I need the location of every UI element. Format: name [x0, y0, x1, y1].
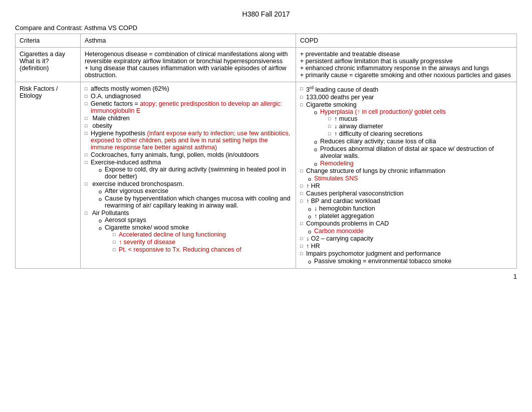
list-item: Impairs psychomotor judgment and perform… [300, 250, 512, 257]
list-item: affects mostly women (62%) [85, 85, 292, 92]
list-item: Carbon monoxide [308, 228, 512, 235]
list-item: ↑ severity of disease [113, 239, 292, 246]
list-item: ↑ difficulty of clearing secretions [328, 130, 512, 137]
list-item: Cigarette smoking Hyperplasia (↑ in cell… [300, 101, 512, 167]
criteria-definition: Cigarettes a dayWhat is it?(definition) [16, 48, 81, 82]
col-header-criteria: Criteria [16, 34, 81, 48]
list-item: Causes peripheral vasoconstriction [300, 190, 512, 197]
list-item: Produces abnormal dilation of distal air… [314, 145, 512, 159]
list-item: ↓ airway diameter [328, 123, 512, 130]
asthma-risk: affects mostly women (62%) O.A. undiagno… [81, 82, 296, 269]
list-item: Cigarette smoke/ wood smoke Accelerated … [99, 224, 292, 253]
asthma-definition: Heterogenous disease = combination of cl… [81, 48, 296, 82]
table-row-risk: Risk Factors / Etiology affects mostly w… [16, 82, 517, 269]
list-item: Hyperplasia (↑ in cell production)/ gobl… [314, 108, 512, 137]
list-item: exercise induced bronchospasm. After vig… [85, 180, 292, 209]
list-item: Male children [85, 115, 292, 122]
table-header-row: Criteria Asthma COPD [16, 34, 517, 48]
list-item: ↑ BP and cardiac workload [300, 197, 512, 204]
list-item: Accelerated decline of lung functioning [113, 231, 292, 238]
list-item: Exercise-induced asthma Expose to cold, … [85, 159, 292, 180]
main-table: Criteria Asthma COPD Cigarettes a dayWha… [15, 34, 517, 269]
col-header-copd: COPD [296, 34, 517, 48]
list-item: Compounds problems in CAD [300, 220, 512, 227]
list-item: ↓ O2 – carrying capacity [300, 235, 512, 242]
criteria-risk: Risk Factors / Etiology [16, 82, 81, 269]
list-item: ↑ mucus [328, 115, 512, 122]
table-row-definition: Cigarettes a dayWhat is it?(definition) … [16, 48, 517, 82]
list-item: Change structure of lungs by chronic inf… [300, 167, 512, 174]
page-number: 1 [15, 273, 517, 280]
table-title: Compare and Contrast: Asthma VS COPD [15, 24, 517, 32]
list-item: Expose to cold, dry air during activity … [99, 166, 292, 180]
copd-risk: 3rd leading cause of death 133,000 death… [296, 82, 517, 269]
list-item: Cockroaches, furry animals, fungi, polle… [85, 151, 292, 158]
list-item: Hygiene hypothesis (infant expose early … [85, 130, 292, 151]
list-item: Stimulates SNS [308, 175, 512, 182]
list-item: ↑ platelet aggregation [308, 213, 512, 220]
list-item: ↓ hemoglobin function [308, 205, 512, 212]
copd-definition: + preventable and treatable disease + pe… [296, 48, 517, 82]
list-item: Pt. < responsive to Tx. Reducing chances… [113, 246, 292, 253]
list-item: After vigorous exercise [99, 187, 292, 194]
list-item: Passive smoking = environmental tobacco … [308, 258, 512, 265]
page-title: H380 Fall 2017 [15, 10, 517, 18]
list-item: ↑ HR [300, 243, 512, 250]
list-item: Cause by hyperventilation which changes … [99, 195, 292, 209]
list-item: O.A. undiagnosed [85, 93, 292, 100]
list-item: ↑ HR [300, 182, 512, 189]
list-item: Genetic factors = atopy; genetic predisp… [85, 100, 292, 114]
list-item: Remodeling [314, 160, 512, 167]
list-item: 3rd leading cause of death [300, 85, 512, 93]
list-item: Air Pollutants Aerosol sprays Cigarette … [85, 210, 292, 253]
list-item: Reduces ciliary activity; cause loss of … [314, 138, 512, 145]
col-header-asthma: Asthma [81, 34, 296, 48]
list-item: 133,000 deaths per year [300, 94, 512, 101]
list-item: Aerosol sprays [99, 217, 292, 224]
list-item: obesity [85, 122, 292, 129]
